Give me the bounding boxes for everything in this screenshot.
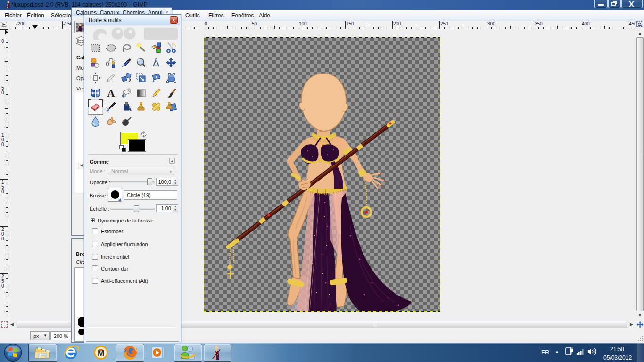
svg-text:M: M — [98, 349, 104, 358]
svg-text:A: A — [107, 88, 115, 99]
